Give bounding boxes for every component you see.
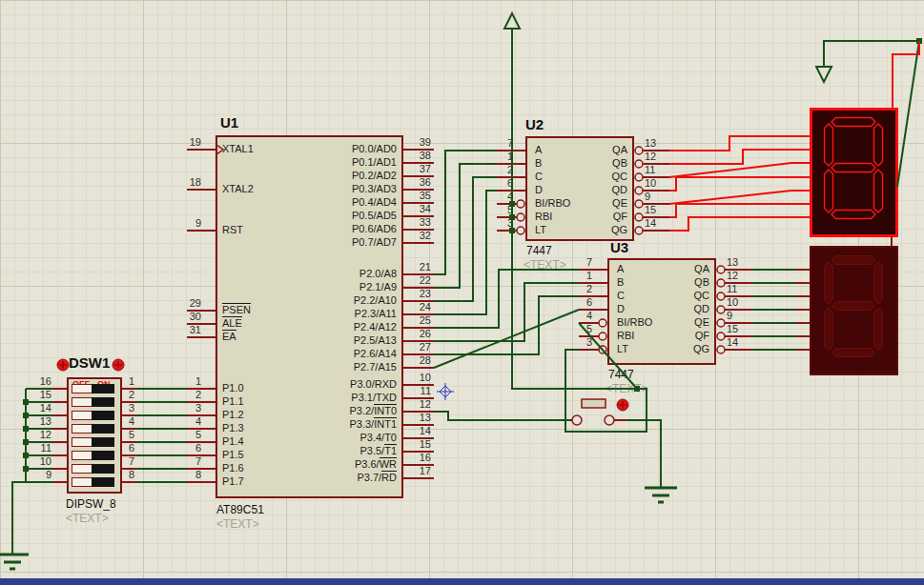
segment-b [874,124,883,166]
wire[interactable] [512,28,647,432]
xtal1-marker [216,145,223,154]
junction-dot [509,214,515,220]
pin-bubble [635,173,643,181]
wire[interactable] [434,164,497,288]
wire[interactable] [669,136,810,151]
pin-bubble [635,147,643,154]
pin-bubble [599,319,606,327]
wire[interactable] [434,191,497,314]
pin-bubble [717,333,725,340]
segment-e [825,308,833,351]
segment-a [832,256,875,265]
junction-dot [509,201,515,207]
junction-dot [23,453,29,458]
pin-bubble [517,200,524,208]
segment-c [874,308,883,351]
wire[interactable] [434,151,497,274]
pin-bubble [717,346,725,353]
junction-dot [23,439,29,445]
wire[interactable] [669,177,810,191]
schematic-canvas: U1AT89C51<TEXT>19XTAL118XTAL29RST29PSEN3… [0,0,924,585]
pin-bubble [717,266,725,273]
wire[interactable] [434,412,572,420]
pin-bubble [717,292,725,300]
pin-bubble [717,306,725,313]
wire[interactable] [897,41,919,187]
push-button-cap[interactable] [582,399,606,408]
pin-bubble [517,227,524,234]
pin-bubble [635,160,643,168]
pin-bubble [635,227,643,234]
junction-dot [23,413,29,418]
pin-bubble [635,213,643,221]
segment-a [832,118,875,127]
segment-b [874,262,883,304]
segment-g [832,302,875,311]
segment-d [832,349,875,357]
junction-dot [23,426,29,432]
wire[interactable] [434,310,579,368]
segment-d [832,211,875,219]
wire[interactable] [669,163,810,177]
wire[interactable] [434,177,497,301]
power-terminal-icon[interactable] [816,67,832,82]
segment-g [832,164,875,172]
pin-bubble [717,319,725,327]
bottom-bar [0,578,924,585]
wire[interactable] [669,191,810,204]
wire[interactable] [669,204,810,217]
wiring-layer [0,0,924,585]
wire[interactable] [434,296,579,354]
junction-dot [23,466,29,472]
segment-f [825,124,833,166]
pin-bubble [635,200,643,208]
pin-bubble [517,213,524,221]
segment-c [874,170,883,212]
wire[interactable] [669,150,810,164]
pin-bubble [599,333,606,340]
push-button-terminal[interactable] [572,415,582,425]
wire[interactable] [579,323,637,389]
pin-bubble [635,187,643,194]
wire[interactable] [893,41,919,108]
wire[interactable] [434,283,579,341]
wire[interactable] [627,420,661,488]
segment-f [825,262,833,304]
junction-dot [509,228,515,233]
segment-e [825,170,833,212]
wire[interactable] [669,217,810,231]
pin-bubble [717,279,725,287]
push-button-terminal[interactable] [605,415,614,425]
power-terminal-icon[interactable] [504,13,520,29]
junction-dot [634,386,640,392]
junction-dot [23,399,29,405]
